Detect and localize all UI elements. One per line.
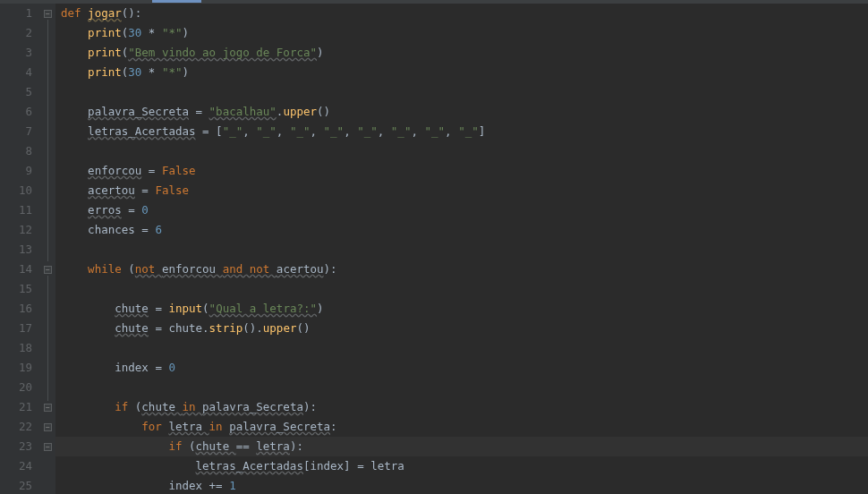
line-number[interactable]: 6 [0,102,32,122]
code-line[interactable]: def jogar(): [61,4,868,23]
line-number[interactable]: 11 [0,200,32,220]
code-line[interactable]: index = 0 [61,358,868,378]
line-number[interactable]: 16 [0,299,32,319]
line-number[interactable]: 22 [0,417,32,437]
active-tab-indicator [152,0,201,3]
line-number[interactable]: 10 [0,181,32,200]
code-line[interactable]: chute = input("Qual a letra?:") [61,299,868,319]
code-line[interactable]: if (chute in palavra_Secreta): [61,397,868,417]
code-line[interactable]: acertou = False [61,181,868,200]
code-line[interactable]: print(30 * "*") [61,63,868,82]
fold-toggle-icon[interactable]: − [44,266,52,274]
line-number[interactable]: 19 [0,358,32,378]
line-number[interactable]: 4 [0,63,32,82]
line-number[interactable]: 23 [0,437,32,456]
code-line[interactable] [61,240,868,260]
code-line[interactable] [61,279,868,299]
code-line[interactable]: for letra in palavra_Secreta: [61,417,868,437]
code-line[interactable] [61,82,868,102]
code-line[interactable]: letras_Acertadas[index] = letra [61,456,868,476]
line-number[interactable]: 7 [0,122,32,141]
code-line[interactable]: while (not enforcou and not acertou): [61,260,868,279]
line-number-gutter[interactable]: 1 2 3 4 5 6 7 8 9 10 11 12 13 14 15 16 1… [0,4,41,494]
fold-toggle-icon[interactable]: − [44,423,52,431]
fold-guide [47,276,48,401]
code-line[interactable]: palavra_Secreta = "bacalhau".upper() [61,102,868,122]
line-number[interactable]: 24 [0,456,32,476]
code-line[interactable]: letras_Acertadas = ["_", "_", "_", "_", … [61,122,868,141]
line-number[interactable]: 18 [0,338,32,358]
code-line[interactable] [61,338,868,358]
line-number[interactable]: 17 [0,319,32,338]
code-editor[interactable]: 1 2 3 4 5 6 7 8 9 10 11 12 13 14 15 16 1… [0,4,868,494]
code-line[interactable]: erros = 0 [61,200,868,220]
line-number[interactable]: 25 [0,476,32,494]
line-number[interactable]: 13 [0,240,32,260]
line-number[interactable]: 2 [0,23,32,43]
line-number[interactable]: 14 [0,260,32,279]
line-number[interactable]: 5 [0,82,32,102]
fold-guide [47,20,48,261]
line-number[interactable]: 3 [0,43,32,63]
line-number[interactable]: 1 [0,4,32,23]
code-line[interactable]: print(30 * "*") [61,23,868,43]
fold-toggle-icon[interactable]: − [44,404,52,412]
line-number[interactable]: 9 [0,161,32,181]
code-area[interactable]: def jogar(): print(30 * "*") print("Bem … [55,4,868,494]
fold-toggle-icon[interactable]: − [44,443,52,451]
fold-toggle-icon[interactable]: − [44,10,52,18]
line-number[interactable]: 8 [0,141,32,161]
line-number[interactable]: 20 [0,378,32,397]
line-number[interactable]: 21 [0,397,32,417]
line-number[interactable]: 15 [0,279,32,299]
code-line[interactable]: index += 1 [61,476,868,494]
code-line[interactable] [61,378,868,397]
code-line[interactable]: if (chute == letra): [61,437,868,456]
fold-gutter[interactable]: − − − − − [41,4,55,494]
code-line[interactable]: chances = 6 [61,220,868,240]
code-line[interactable] [61,141,868,161]
line-number[interactable]: 12 [0,220,32,240]
code-line[interactable]: chute = chute.strip().upper() [61,319,868,338]
code-line[interactable]: enforcou = False [61,161,868,181]
code-line[interactable]: print("Bem vindo ao jogo de Forca") [61,43,868,63]
